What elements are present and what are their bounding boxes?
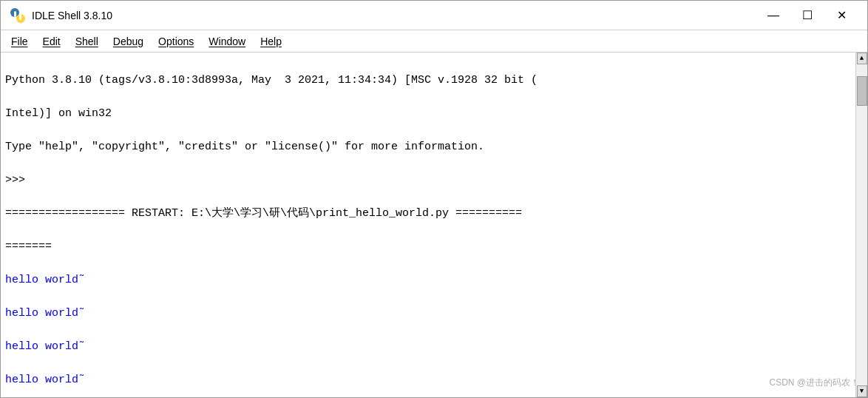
close-button[interactable]: ✕ — [824, 4, 858, 27]
window-controls: — ☐ ✕ — [756, 4, 858, 27]
maximize-button[interactable]: ☐ — [790, 4, 824, 27]
scroll-thumb[interactable] — [857, 76, 867, 106]
app-icon — [10, 7, 26, 24]
hello-world-3: hello world˜ — [5, 340, 85, 353]
title-bar: IDLE Shell 3.8.10 — ☐ ✕ — [1, 1, 867, 30]
python-type-hint: Type "help", "copyright", "credits" or "… — [5, 141, 484, 153]
python-version-line2: Intel)] on win32 — [5, 107, 112, 120]
python-version-line1: Python 3.8.10 (tags/v3.8.10:3d8993a, May… — [5, 74, 538, 87]
idle-window: IDLE Shell 3.8.10 — ☐ ✕ File Edit Shell … — [0, 0, 868, 398]
hello-world-1: hello world˜ — [5, 274, 85, 286]
menu-bar: File Edit Shell Debug Options Window Hel… — [1, 30, 867, 53]
scroll-up-arrow[interactable]: ▲ — [857, 53, 867, 64]
menu-help[interactable]: Help — [253, 33, 289, 50]
shell-output[interactable]: Python 3.8.10 (tags/v3.8.10:3d8993a, May… — [1, 53, 855, 397]
menu-edit[interactable]: Edit — [35, 33, 68, 50]
restart-line1: ================== RESTART: E:\大学\学习\研\代… — [5, 207, 522, 220]
restart-line2: ======= — [5, 240, 52, 253]
menu-debug[interactable]: Debug — [106, 33, 151, 50]
svg-rect-3 — [19, 14, 21, 20]
svg-rect-2 — [14, 11, 16, 17]
shell-area: Python 3.8.10 (tags/v3.8.10:3d8993a, May… — [1, 53, 867, 397]
menu-options[interactable]: Options — [151, 33, 201, 50]
minimize-button[interactable]: — — [756, 4, 790, 27]
window-title: IDLE Shell 3.8.10 — [32, 10, 756, 21]
menu-shell[interactable]: Shell — [68, 33, 106, 50]
menu-file[interactable]: File — [4, 33, 35, 50]
shell-prompt-1: >>> — [5, 174, 32, 186]
hello-world-2: hello world˜ — [5, 307, 85, 320]
scrollbar[interactable]: ▲ ▼ — [855, 53, 867, 397]
menu-window[interactable]: Window — [201, 33, 253, 50]
hello-world-4: hello world˜ — [5, 374, 85, 386]
watermark: CSDN @进击的码农！ — [769, 377, 859, 389]
